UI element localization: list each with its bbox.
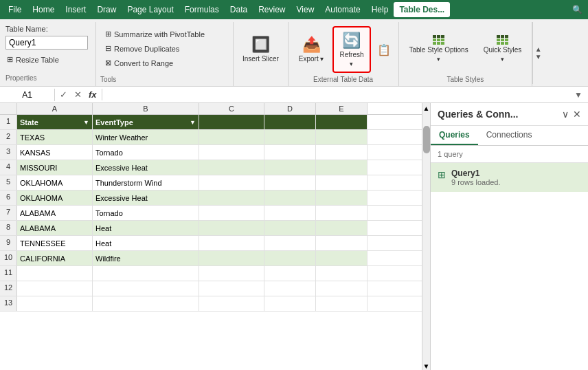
cell[interactable]	[316, 296, 368, 311]
cell[interactable]	[264, 160, 316, 175]
cell[interactable]	[93, 281, 199, 296]
cell[interactable]: State▼	[17, 115, 93, 129]
cell[interactable]	[316, 206, 368, 220]
insert-slicer-button[interactable]: 🔲 Insert Slicer	[238, 23, 284, 76]
cell[interactable]	[264, 221, 316, 235]
resize-table-button[interactable]: ⊞ Resize Table	[5, 54, 88, 65]
cell[interactable]	[199, 266, 264, 281]
cell[interactable]: Heat	[93, 221, 199, 235]
col-header-e[interactable]: E	[316, 103, 368, 114]
cell[interactable]	[199, 236, 264, 250]
ribbon-expand-button[interactable]: ▲▼	[532, 22, 543, 84]
menu-formulas[interactable]: Formulas	[179, 2, 225, 17]
properties-button[interactable]: 📋	[375, 26, 393, 73]
table-row[interactable]: 5OKLAHOMAThunderstorm Wind	[0, 175, 422, 191]
menu-draw[interactable]: Draw	[91, 2, 122, 17]
export-button[interactable]: 📤 Export ▾	[294, 26, 329, 73]
menu-table-design[interactable]: Table Des...	[394, 2, 450, 17]
cell[interactable]: Heat	[93, 236, 199, 250]
cell[interactable]	[264, 281, 316, 296]
table-row[interactable]: 3KANSASTornado	[0, 145, 422, 160]
cell[interactable]	[264, 115, 316, 129]
cell[interactable]	[199, 296, 264, 311]
cell[interactable]	[199, 191, 264, 205]
cell[interactable]: OKLAHOMA	[17, 175, 93, 190]
cell[interactable]	[316, 281, 368, 296]
cell[interactable]	[199, 251, 264, 265]
remove-duplicates-button[interactable]: ⊟ Remove Duplicates	[100, 42, 210, 55]
cell[interactable]	[264, 236, 316, 250]
cell[interactable]	[316, 175, 368, 190]
col-header-b[interactable]: B	[93, 103, 199, 114]
summarize-pivottable-button[interactable]: ⊞ Summarize with PivotTable	[100, 28, 210, 41]
table-row[interactable]: 10CALIFORNIAWildfire	[0, 251, 422, 266]
cell[interactable]	[316, 191, 368, 205]
cell[interactable]: OKLAHOMA	[17, 191, 93, 205]
table-name-input[interactable]	[5, 36, 88, 50]
cell[interactable]	[264, 251, 316, 265]
tab-connections[interactable]: Connections	[478, 126, 541, 145]
cell[interactable]	[316, 160, 368, 175]
cell[interactable]	[264, 191, 316, 205]
menu-view[interactable]: View	[291, 2, 320, 17]
cell[interactable]: ALABAMA	[17, 221, 93, 235]
cell[interactable]	[316, 266, 368, 281]
menu-home[interactable]: Home	[27, 2, 60, 17]
column-filter-arrow[interactable]: ▼	[190, 119, 196, 126]
formula-checkmark-icon[interactable]: ✓	[58, 89, 69, 100]
table-row[interactable]: 2TEXASWinter Weather	[0, 130, 422, 145]
cell[interactable]: TENNESSEE	[17, 236, 93, 250]
cell[interactable]	[316, 221, 368, 235]
menu-page-layout[interactable]: Page Layout	[122, 2, 179, 17]
queries-collapse-icon[interactable]: ∨	[562, 109, 569, 120]
table-row[interactable]: 6OKLAHOMAExcessive Heat	[0, 191, 422, 206]
cell[interactable]: Tornado	[93, 206, 199, 220]
formula-expand-icon[interactable]: ▼	[569, 90, 588, 100]
cell[interactable]	[316, 130, 368, 144]
col-header-c[interactable]: C	[199, 103, 264, 114]
cell[interactable]	[199, 221, 264, 235]
table-row[interactable]: 13	[0, 296, 422, 312]
quick-styles-button[interactable]: Quick Styles ▾	[479, 26, 527, 67]
cell[interactable]	[316, 115, 368, 129]
cell[interactable]	[316, 145, 368, 160]
cell[interactable]	[316, 251, 368, 265]
cell[interactable]: KANSAS	[17, 145, 93, 160]
col-header-d[interactable]: D	[264, 103, 316, 114]
column-filter-arrow[interactable]: ▼	[83, 119, 89, 126]
cell[interactable]: Excessive Heat	[93, 160, 199, 175]
table-row[interactable]: 11	[0, 266, 422, 281]
cell[interactable]: Thunderstorm Wind	[93, 175, 199, 190]
menu-automate[interactable]: Automate	[319, 2, 365, 17]
cell[interactable]	[199, 175, 264, 190]
search-icon[interactable]: 🔍	[569, 1, 585, 18]
cell[interactable]: Winter Weather	[93, 130, 199, 144]
cell[interactable]: Excessive Heat	[93, 191, 199, 205]
menu-insert[interactable]: Insert	[60, 2, 91, 17]
cell[interactable]: EventType▼	[93, 115, 199, 129]
cell[interactable]: MISSOURI	[17, 160, 93, 175]
cell[interactable]	[93, 296, 199, 311]
convert-to-range-button[interactable]: ⊠ Convert to Range	[100, 56, 210, 69]
cell[interactable]: Wildfire	[93, 251, 199, 265]
scroll-up-button[interactable]: ▲	[423, 103, 430, 112]
cell[interactable]	[199, 206, 264, 220]
cell[interactable]	[93, 266, 199, 281]
formula-cancel-icon[interactable]: ✕	[72, 89, 84, 100]
cell[interactable]	[199, 145, 264, 160]
cell[interactable]	[264, 130, 316, 144]
cell[interactable]	[17, 296, 93, 311]
table-row[interactable]: 4MISSOURIExcessive Heat	[0, 160, 422, 175]
cell[interactable]	[264, 266, 316, 281]
col-header-a[interactable]: A	[17, 103, 93, 114]
cell[interactable]	[264, 296, 316, 311]
menu-data[interactable]: Data	[225, 2, 253, 17]
cell[interactable]: CALIFORNIA	[17, 251, 93, 265]
scrollbar-thumb[interactable]	[423, 126, 430, 153]
menu-review[interactable]: Review	[253, 2, 291, 17]
table-row[interactable]: 1State▼EventType▼	[0, 115, 422, 130]
cell[interactable]	[264, 145, 316, 160]
cell[interactable]	[316, 236, 368, 250]
cell[interactable]	[264, 175, 316, 190]
cell[interactable]: TEXAS	[17, 130, 93, 144]
